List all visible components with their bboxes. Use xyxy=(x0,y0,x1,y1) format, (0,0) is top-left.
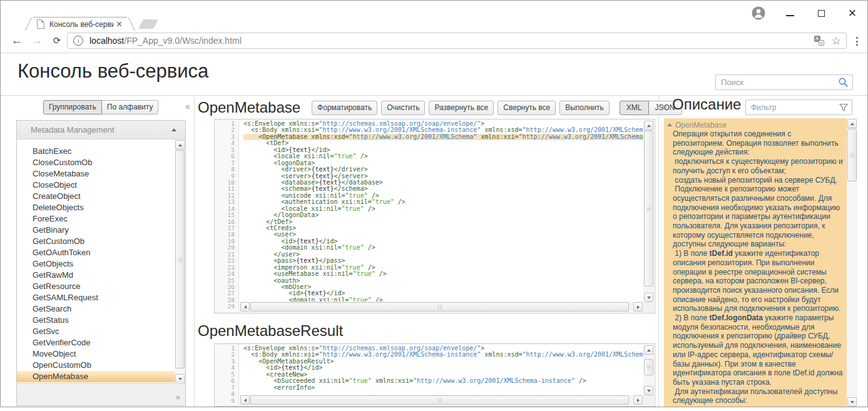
response-code-area[interactable]: <s:Envelope xmlns:s="http://schemas.xmls… xyxy=(240,344,643,395)
request-horizontal-scrollbar[interactable] xyxy=(240,302,643,312)
group-button[interactable]: Группировать xyxy=(43,100,102,114)
scrollbar-button[interactable] xyxy=(175,374,185,383)
url-text[interactable]: localhost/FP_App_v9.0/Wsc/index.html xyxy=(89,36,814,46)
operation-item[interactable]: GetBinary xyxy=(17,225,185,236)
operation-item[interactable]: CloseObject xyxy=(17,180,185,191)
profile-icon[interactable] xyxy=(750,4,767,22)
sidebar-footer-expand-icon[interactable] xyxy=(176,392,179,402)
code-line[interactable]: <domain xsi:nil="true" /> xyxy=(243,297,643,302)
line-number: 24 xyxy=(215,271,238,277)
bookmark-star-icon[interactable] xyxy=(832,34,841,48)
code-line[interactable]: <tCreds> xyxy=(243,225,643,231)
request-editor[interactable]: 1234567891011121314151617181920212223242… xyxy=(214,119,655,313)
scrollbar-thumb[interactable] xyxy=(175,150,185,368)
sidebar-scrollbar[interactable] xyxy=(175,140,185,384)
operation-item[interactable]: GetSAMLRequest xyxy=(17,292,185,303)
description-scrollbar[interactable] xyxy=(847,118,857,407)
group-header[interactable]: Metadata Management xyxy=(17,121,185,140)
reload-button[interactable] xyxy=(48,32,66,49)
maximize-button[interactable] xyxy=(812,4,830,22)
scrollbar-thumb[interactable] xyxy=(644,359,653,375)
code-line[interactable]: <OpenMetabase xmlns:xsd="http://www.w3.o… xyxy=(243,134,643,140)
translate-icon[interactable]: Aя xyxy=(814,36,824,46)
line-number: 29 xyxy=(215,303,238,310)
operation-item[interactable]: GetResource xyxy=(17,281,185,292)
operation-item[interactable]: GetObjects xyxy=(17,258,185,270)
operation-item[interactable]: GetStatus xyxy=(17,315,185,326)
request-vertical-scrollbar[interactable] xyxy=(643,120,654,303)
info-icon[interactable] xyxy=(73,36,83,46)
operation-item[interactable]: CreateObject xyxy=(17,191,185,202)
window-close-button[interactable] xyxy=(844,4,861,22)
line-number: 15 xyxy=(215,212,238,218)
description-panel: OpenMetabase Операция открытия соединени… xyxy=(664,118,847,407)
operation-item[interactable]: DeleteObjects xyxy=(17,202,185,213)
operation-item[interactable]: BatchExec xyxy=(17,146,185,157)
response-horizontal-scrollbar[interactable] xyxy=(240,395,643,405)
collapse-all-button[interactable]: Свернуть все xyxy=(498,101,556,115)
response-editor[interactable]: 123456789 <s:Envelope xmlns:s="http://sc… xyxy=(214,343,655,407)
scrollbar-thumb[interactable] xyxy=(847,129,857,181)
line-number: 18 xyxy=(215,231,238,238)
back-button[interactable] xyxy=(8,32,26,49)
operation-item[interactable]: GetVerifierCode xyxy=(17,337,185,348)
tab-close-icon[interactable] xyxy=(114,20,125,29)
clear-button[interactable]: Очистить xyxy=(381,101,425,115)
scrollbar-thumb[interactable] xyxy=(250,302,629,312)
scrollbar-button[interactable] xyxy=(633,395,643,405)
operation-item[interactable]: OpenCustomOb xyxy=(17,360,185,371)
description-paragraph: Подключение к репозиторию может осуществ… xyxy=(667,185,843,249)
forward-button[interactable] xyxy=(28,32,46,49)
description-expand-icon[interactable] xyxy=(662,101,667,111)
new-tab-button[interactable] xyxy=(138,19,158,29)
scrollbar-button[interactable] xyxy=(847,397,857,407)
search-input[interactable] xyxy=(716,78,838,87)
sidebar-collapse-icon[interactable] xyxy=(185,101,190,111)
scrollbar-thumb[interactable] xyxy=(250,395,629,405)
code-line[interactable]: </logonData> xyxy=(243,212,643,218)
scrollbar-button[interactable] xyxy=(644,121,653,130)
xml-toggle[interactable]: XML xyxy=(620,101,649,115)
scrollbar-button[interactable] xyxy=(644,293,653,302)
scrollbar-thumb[interactable] xyxy=(644,131,653,287)
line-number: 27 xyxy=(215,290,238,297)
code-line[interactable]: <useMetabase xsi:nil="true" /> xyxy=(243,271,643,277)
minimize-button[interactable] xyxy=(781,4,799,22)
line-number: 28 xyxy=(215,297,238,303)
operation-item[interactable]: CloseMetabase xyxy=(17,168,185,180)
operation-item[interactable]: GetCustomOb xyxy=(17,236,185,247)
line-number: 26 xyxy=(215,284,238,290)
scrollbar-button[interactable] xyxy=(633,302,643,312)
filter-input[interactable] xyxy=(746,103,839,112)
operation-item[interactable]: GetSearch xyxy=(17,303,185,315)
description-entry-header[interactable]: OpenMetabase xyxy=(667,120,843,129)
scrollbar-button[interactable] xyxy=(240,302,250,312)
scrollbar-button[interactable] xyxy=(644,345,653,355)
code-line[interactable]: <domain xsi:nil="true" /> xyxy=(243,245,643,251)
execute-button[interactable]: Выполнить xyxy=(559,101,610,115)
operation-item[interactable]: OpenMetabase xyxy=(17,371,185,382)
operation-item[interactable]: GetRawMd xyxy=(17,270,185,281)
request-code-area[interactable]: <s:Envelope xmlns:s="http://schemas.xmls… xyxy=(240,119,643,302)
expand-all-button[interactable]: Развернуть все xyxy=(429,101,494,115)
response-vertical-scrollbar[interactable] xyxy=(643,345,654,396)
alphabetical-button[interactable]: По алфавиту xyxy=(101,100,159,114)
search-icon[interactable] xyxy=(838,77,849,88)
operation-item[interactable]: ForeExec xyxy=(17,213,185,225)
url-bar[interactable]: localhost/FP_App_v9.0/Wsc/index.html Aя xyxy=(67,33,847,49)
code-line[interactable]: <errorInfo> xyxy=(243,385,643,391)
scrollbar-button[interactable] xyxy=(240,395,250,405)
operation-item[interactable]: GetSvc xyxy=(17,326,185,337)
scrollbar-button[interactable] xyxy=(175,140,185,150)
code-line[interactable]: </tDef> xyxy=(243,219,643,225)
format-button[interactable]: Форматировать xyxy=(312,101,377,115)
scrollbar-button[interactable] xyxy=(847,119,857,128)
browser-menu-icon[interactable] xyxy=(851,34,862,49)
operation-item[interactable]: MoveObject xyxy=(17,348,185,360)
operation-item[interactable]: GetOAuthToken xyxy=(17,247,185,258)
scrollbar-button[interactable] xyxy=(644,386,653,395)
operation-item[interactable]: CloseCustomOb xyxy=(17,157,185,168)
browser-tab[interactable]: Консоль веб-сервиса xyxy=(33,17,127,31)
description-paragraph: 2) В поле tDef.logonData укажите парамет… xyxy=(667,313,843,387)
filter-funnel-icon[interactable] xyxy=(839,103,848,112)
